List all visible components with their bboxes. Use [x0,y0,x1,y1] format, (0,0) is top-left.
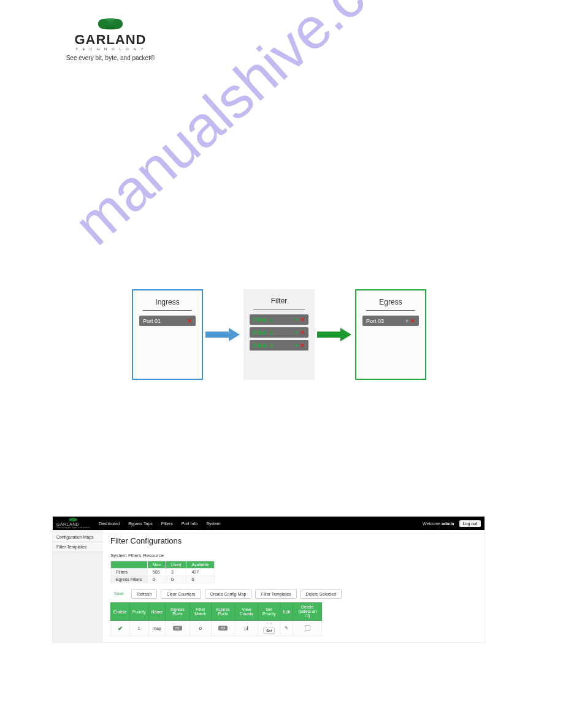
res-row-used: 0 [166,576,186,583]
side-nav: Configuration Maps Filter Templates [53,530,103,642]
res-row-max: 0 [147,576,166,583]
ingress-title: Ingress [143,295,192,311]
filter-label: Filter_2 [253,330,273,336]
egress-port-label: Port 03 [366,318,384,324]
funnel-icon: ▾ [295,329,298,336]
create-config-map-button[interactable]: Create Config Map [205,590,252,599]
filter-chip-2: Filter_2 ▾ ✕ [250,327,308,338]
th-filter-match: Filter Match [190,603,211,621]
th-ingress: Ingress Ports [166,603,190,621]
clear-counters-button[interactable]: Clear Counters [161,590,201,599]
priority-up-icon[interactable]: ˄ [266,623,269,627]
th-view-counts: View Counts [235,603,258,621]
edit-icon[interactable]: ✎ [285,626,288,630]
filter-label: Filter_1 [253,317,273,323]
nav-bypass-taps[interactable]: Bypass Taps [128,521,153,526]
filter-title: Filter [253,294,305,309]
res-th-used: Used [166,561,186,569]
close-icon: ✕ [187,317,192,324]
navbar-logo: GARLAND See every bit, byte, and packet [56,518,90,529]
close-icon: ✕ [300,316,305,323]
close-icon: ✕ [300,329,305,336]
resource-label: System Filters Resource [110,553,477,558]
egress-port-chip: Port 03 ▾ ✕ [362,316,419,326]
ingress-panel: Ingress Port 01 ✕ [132,289,203,380]
app-screenshot: GARLAND See every bit, byte, and packet … [52,516,485,643]
th-priority: Priority [129,603,148,621]
th-egress: Egress Ports [211,603,234,621]
logout-button[interactable]: Log out [459,520,481,527]
res-row-label: Egress Filters [111,576,148,583]
page-title: Filter Configurations [110,536,477,545]
brand-tagline: See every bit, byte, and packet® [58,55,163,61]
funnel-icon: ▾ [295,342,298,349]
nav-port-info[interactable]: Port Info [182,521,197,526]
cell-filter-match: 0 [190,621,211,636]
filter-chip-1: Filter_1 ▾ ✕ [250,314,308,325]
funnel-icon: ▾ [295,316,298,323]
delete-checkbox[interactable] [305,625,310,631]
filter-chip-3: Filter_3 ▾ ✕ [250,340,308,351]
th-delete: Delete (select all ☐) [293,603,322,621]
arrow-green-icon [317,329,353,340]
sidenav-configuration-maps[interactable]: Configuration Maps [53,533,103,542]
filter-panel: Filter Filter_1 ▾ ✕ Filter_2 ▾ ✕ Filter_… [243,289,315,380]
nav-system[interactable]: System [206,521,220,526]
cell-name: map [148,621,166,636]
garland-logo-icon [69,518,77,521]
filter-templates-button[interactable]: Filter Templates [255,590,296,599]
brand-subline: T E C H N O L O G Y [58,47,163,51]
egress-panel: Egress Port 03 ▾ ✕ [355,289,426,380]
enable-check-icon[interactable]: ✔ [118,625,123,632]
set-priority-cell: ˄ ˅ Set [258,621,280,636]
resource-table: Max Used Available Filters 500 3 497 Egr… [110,561,215,583]
th-edit: Edit [280,603,293,621]
arrow-blue-icon [205,329,241,340]
view-counts-icon[interactable]: 📊 [243,626,249,630]
table-row: ✔ 1 map 01 0 03 📊 ˄ ˅ Set ✎ [111,621,322,636]
nav-menu: Dashboard Bypass Taps Filters Port Info … [99,521,221,526]
garland-logo-icon [98,18,123,29]
table-row: Filters 500 3 497 [111,569,215,576]
ingress-port-label: Port 01 [143,318,161,324]
save-link[interactable]: Save [110,590,128,599]
priority-down-icon[interactable]: ˅ [270,623,272,627]
cell-priority: 1 [129,621,148,636]
top-navbar: GARLAND See every bit, byte, and packet … [53,517,484,530]
res-row-label: Filters [111,569,148,576]
ingress-port-badge: 01 [173,626,182,631]
ingress-port-chip: Port 01 ✕ [139,316,196,326]
nav-dashboard[interactable]: Dashboard [99,521,120,526]
brand-name: GARLAND [58,32,163,48]
welcome-text: Welcome admin [423,521,454,526]
welcome-prefix: Welcome [423,521,442,526]
res-row-available: 497 [186,569,214,576]
egress-port-badge: 03 [218,626,228,631]
res-th-available: Available [186,561,214,569]
brand-logo: GARLAND T E C H N O L O G Y See every bi… [58,18,163,61]
res-row-used: 3 [166,569,186,576]
th-set-priority: Set Priority [258,603,280,621]
nav-filters[interactable]: Filters [161,521,173,526]
config-table: Enable Priority Name Ingress Ports Filte… [110,602,322,636]
egress-title: Egress [366,295,415,311]
res-row-max: 500 [147,569,166,576]
res-row-available: 0 [186,576,214,583]
set-priority-button[interactable]: Set [263,628,275,634]
funnel-icon: ▾ [405,317,408,324]
th-name: Name [148,603,166,621]
close-icon: ✕ [410,317,415,324]
filter-label: Filter_3 [253,343,273,349]
navbar-brand-sub: See every bit, byte, and packet [56,526,90,529]
table-row: Egress Filters 0 0 0 [111,576,215,583]
flow-diagram: Ingress Port 01 ✕ Filter Filter_1 ▾ ✕ Fi… [132,289,426,380]
res-th-max: Max [147,561,166,569]
th-enable: Enable [111,603,130,621]
close-icon: ✕ [300,342,305,349]
action-button-row: Save Refresh Clear Counters Create Confi… [110,590,477,599]
refresh-button[interactable]: Refresh [131,590,158,599]
sidenav-filter-templates[interactable]: Filter Templates [53,542,103,552]
main-content: Filter Configurations System Filters Res… [103,530,484,642]
delete-selected-button[interactable]: Delete Selected [301,590,342,599]
res-th-blank [111,561,148,569]
